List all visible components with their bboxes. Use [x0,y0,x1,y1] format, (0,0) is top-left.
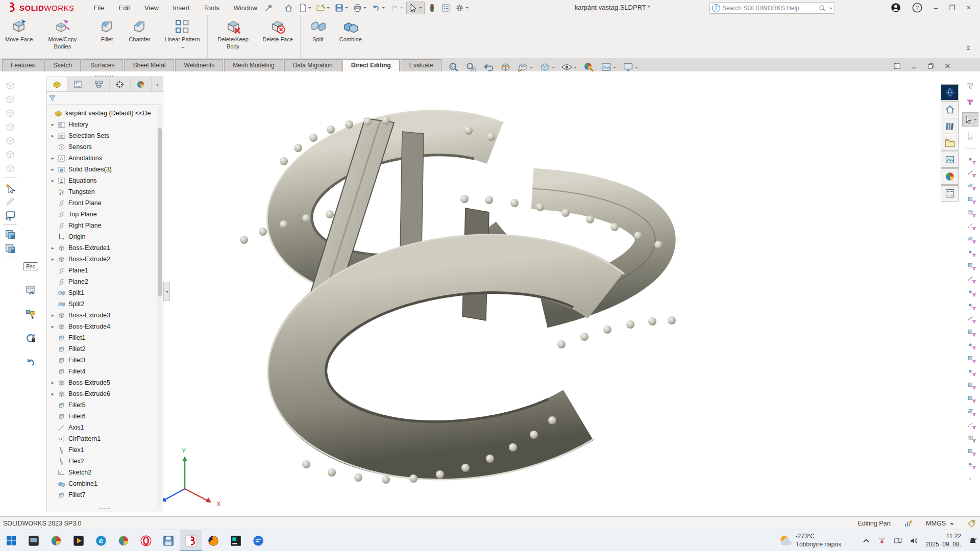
feature-tree-item[interactable]: Top Plane [46,209,157,220]
dropdown-caret-icon[interactable] [363,7,366,10]
expand-arrow-icon[interactable] [52,156,58,161]
feature-tree-item[interactable]: Flex1 [46,444,157,456]
command-button[interactable]: Split [302,15,334,58]
filter-weld-symbols-button[interactable] [964,418,977,431]
feature-tree-item[interactable]: Fillet4 [46,366,157,377]
feature-tree-item[interactable]: Fillet6 [46,411,157,422]
view-tool-cube-5[interactable] [3,134,17,147]
filter-planes-button[interactable] [964,232,977,245]
lock-rotation-button[interactable] [23,331,38,345]
feature-tree-item[interactable]: Fillet7 [46,489,157,500]
ribbon-tab[interactable]: Surfaces [82,59,123,71]
expand-arrow-icon[interactable] [52,245,58,251]
feature-tree-item[interactable]: CirPattern1 [46,433,157,444]
tag-icon[interactable] [967,519,976,528]
command-button[interactable]: Combine [334,15,367,58]
3dexperience-tab[interactable] [941,84,959,101]
feature-tree-item[interactable]: Plane2 [46,276,157,287]
feature-tree-root[interactable]: karpánt vastag (Default) <<De [46,108,157,119]
feature-tree-item[interactable]: Boss-Extrude4 [46,321,157,332]
expand-arrow-icon[interactable] [52,257,58,262]
view-tool-cube-1[interactable] [3,79,17,92]
box-select-icon[interactable] [3,181,17,194]
feature-tree-item[interactable]: Split1 [46,287,157,298]
restore-document-button[interactable] [927,62,935,70]
scrollbar-thumb[interactable] [158,128,162,296]
feature-tree-item[interactable]: History [46,119,157,130]
tree-scrollbar[interactable] [157,107,162,507]
dropdown-caret-icon[interactable] [574,67,577,70]
expand-arrow-icon[interactable] [52,178,58,183]
expand-arrow-icon[interactable] [52,133,58,138]
tray-expand-chevron[interactable] [862,537,870,545]
expand-arrow-icon[interactable] [52,391,58,396]
tree-filter-row[interactable] [46,92,163,105]
displaymanager-tab[interactable] [131,77,152,91]
filter-surface-bodies-button[interactable] [964,192,977,206]
left-toolbar-button[interactable] [4,258,17,258]
feature-tree-item[interactable]: Solid Bodies(3) [46,164,157,175]
feature-tree-item[interactable]: Boss-Extrude5 [46,377,157,388]
performance-icon[interactable] [904,519,913,528]
expand-arrow-icon[interactable] [52,324,58,329]
undo-button[interactable] [370,2,387,14]
ribbon-tab[interactable]: Features [2,59,43,71]
recording-indicator-icon[interactable] [878,537,886,545]
view-palette-tab[interactable] [941,152,959,168]
chat-app-icon[interactable] [247,530,270,551]
account-icon[interactable] [891,3,901,13]
filter-surface-finish-button[interactable] [964,405,977,418]
filter-sketch-points-button[interactable] [964,245,977,259]
search-scope-caret-icon[interactable] [829,8,832,11]
expand-arrow-icon[interactable] [52,380,58,385]
display-style-button[interactable] [540,62,555,72]
file-properties-button[interactable] [439,2,452,14]
menu-item[interactable]: View [137,2,166,14]
filter-faces-button[interactable] [964,179,977,192]
new-document-button[interactable] [296,2,313,14]
search-icon[interactable] [819,5,826,12]
media-app-icon[interactable] [67,530,90,551]
isolate-bodies-icon-1[interactable] [3,228,17,241]
multi-select-button[interactable] [23,307,38,321]
view-tool-cube-7[interactable] [3,161,17,175]
view-tool-cube-6[interactable] [3,147,17,161]
filter-centerlines-button[interactable] [964,312,977,325]
dropdown-caret-icon[interactable] [382,7,385,10]
select-button[interactable] [406,2,425,14]
filter-edges-button[interactable] [964,166,977,179]
feature-tree-item[interactable]: Flex2 [46,456,157,467]
filter-midpoints-button[interactable] [964,285,977,298]
filter-cosmetic-threads-button[interactable] [964,431,977,444]
filter-vertices-button[interactable] [964,153,977,166]
display-device-icon[interactable] [894,537,902,545]
ribbon-tab[interactable]: Direct Editing [342,59,400,71]
apply-scene-button[interactable] [601,62,616,72]
feature-tree-item[interactable]: Fillet2 [46,343,157,355]
volume-icon[interactable] [910,537,918,545]
appearances-tab[interactable] [941,168,959,185]
collapse-toolbar-chevron-icon[interactable] [965,45,972,51]
dimxpertmanager-tab[interactable] [110,77,131,91]
browser-app-icon[interactable] [112,530,135,551]
feature-tree-item[interactable]: Split2 [46,298,157,310]
command-button[interactable]: Chamfer [123,15,158,58]
solidworks-app-icon[interactable] [180,530,202,551]
filter-funnel-icon[interactable] [48,94,56,102]
filter-axes-button[interactable] [964,219,977,232]
search-input[interactable]: Search SOLIDWORKS Help [722,5,817,12]
expand-arrow-icon[interactable] [52,122,58,127]
chrome-browser-icon[interactable] [45,530,67,551]
dropdown-caret-icon[interactable] [465,7,469,10]
feature-tree-item[interactable]: Sketch2 [46,467,157,478]
view-settings-button[interactable] [623,62,638,72]
weather-widget[interactable]: -273°C Többnyire napos [779,533,841,548]
feature-tree-item[interactable]: Equations [46,175,157,186]
feature-tree-item[interactable]: Tungsten [46,186,157,197]
dropdown-caret-icon[interactable] [635,67,638,70]
more-filters-button[interactable]: ⌄ [968,475,972,481]
edit-icon[interactable] [3,194,17,208]
ribbon-tab[interactable]: Mesh Modeling [224,59,283,71]
feature-tree-item[interactable]: Front Plane [46,197,157,209]
pin-icon[interactable] [264,4,273,12]
